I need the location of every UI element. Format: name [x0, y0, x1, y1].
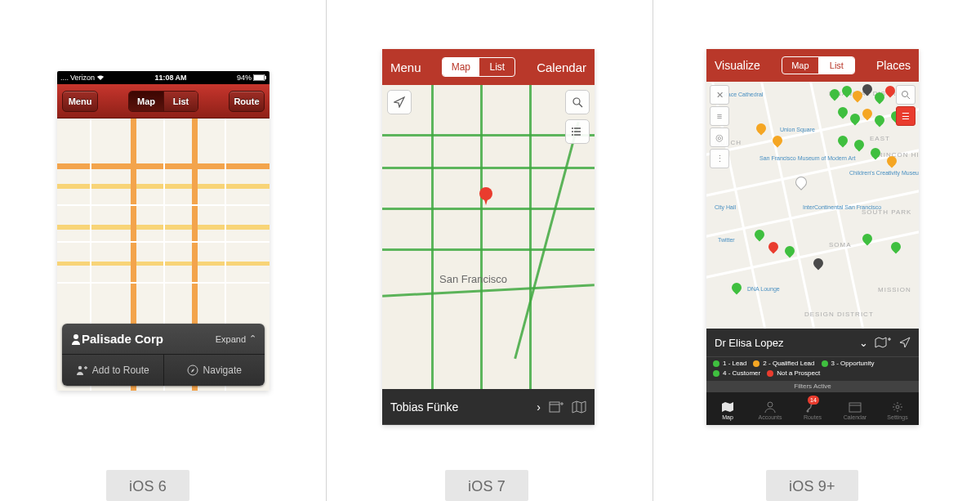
legend-toggle-button[interactable]: ☰ — [896, 106, 915, 126]
locate-button[interactable] — [387, 90, 412, 114]
locate-icon — [394, 96, 405, 108]
poi-label: Union Square — [780, 127, 815, 132]
map-pin-icon[interactable] — [862, 108, 873, 124]
tab-badge: 14 — [808, 396, 819, 405]
battery-label: 94% — [237, 74, 252, 82]
legend-item: 1 - Lead — [713, 360, 746, 367]
carrier-label: Verizon — [70, 74, 95, 82]
target-button[interactable]: ◎ — [710, 127, 729, 147]
list-icon — [572, 126, 583, 137]
tab-map[interactable]: Map — [706, 392, 749, 425]
map-pin-icon[interactable] — [837, 135, 849, 151]
segment-list[interactable]: List — [163, 92, 198, 111]
city-label: San Francisco — [439, 273, 507, 285]
more-button[interactable]: ⋮ — [710, 149, 729, 168]
places-button[interactable]: Places — [876, 59, 911, 72]
map-list-segmented[interactable]: Map List — [128, 91, 198, 112]
navigate-icon[interactable] — [899, 337, 911, 348]
map-fold-icon[interactable] — [572, 400, 586, 414]
neighborhood-label: MISSION — [878, 286, 911, 293]
tab-label: Accounts — [759, 414, 782, 420]
expand-button[interactable]: Expand ⌃ — [216, 333, 256, 344]
map-list-segmented[interactable]: Map List — [442, 57, 515, 77]
neighborhood-label: SOMA — [829, 241, 852, 248]
map-pin-icon[interactable] — [862, 83, 873, 100]
add-to-route-button[interactable]: Add to Route — [62, 355, 163, 386]
map-pin-icon[interactable] — [829, 88, 840, 105]
segment-map[interactable]: Map — [443, 58, 479, 76]
map-pin-icon[interactable] — [849, 113, 861, 129]
calendar-button[interactable]: Calendar — [537, 60, 586, 74]
filters-active-button[interactable]: Filters Active — [706, 381, 919, 392]
svg-point-16 — [896, 405, 899, 409]
calendar-add-icon[interactable] — [549, 400, 564, 414]
neighborhood-label: DESIGN DISTRICT — [804, 311, 874, 318]
map-view[interactable]: San Francisco — [382, 85, 595, 389]
search-icon — [572, 96, 583, 108]
poi-label: Children's Creativity Museum — [849, 170, 919, 176]
legend-label: 3 - Opportunity — [831, 360, 875, 367]
map-pin-icon[interactable] — [870, 147, 881, 163]
map-pin-icon[interactable] — [862, 233, 873, 249]
tab-label: Routes — [804, 414, 822, 420]
detail-bar[interactable]: Tobias Fünke › — [382, 389, 595, 425]
map-pin-icon[interactable] — [886, 155, 898, 172]
tab-accounts[interactable]: Accounts — [749, 392, 791, 425]
map-pin-icon[interactable] — [479, 187, 493, 208]
nav-bar: Menu Map List Calendar — [382, 49, 595, 85]
map-pin-icon[interactable] — [884, 85, 896, 101]
menu-button[interactable]: Menu — [62, 91, 98, 112]
segment-list[interactable]: List — [818, 57, 854, 74]
map-pin-icon[interactable] — [754, 229, 765, 245]
map-pin-icon[interactable] — [853, 139, 865, 155]
route-button[interactable]: Route — [229, 91, 265, 112]
tab-label: Map — [722, 414, 733, 420]
tab-calendar[interactable]: Calendar — [834, 392, 876, 425]
map-pin-icon[interactable] — [874, 114, 885, 131]
map-add-icon[interactable] — [875, 337, 891, 348]
filter-button[interactable] — [565, 119, 590, 144]
segment-list[interactable]: List — [479, 58, 514, 76]
svg-rect-1 — [254, 75, 264, 80]
wifi-icon — [96, 74, 105, 81]
tab-settings[interactable]: Settings — [876, 392, 919, 425]
map-pin-icon[interactable] — [841, 85, 853, 101]
divider — [653, 0, 653, 501]
map-pin-icon[interactable] — [768, 241, 779, 257]
map-list-segmented[interactable]: Map List — [782, 56, 855, 74]
chevron-up-icon: ⌃ — [249, 333, 256, 344]
map-pin-icon[interactable] — [731, 282, 742, 298]
chevron-down-icon[interactable]: ⌄ — [859, 337, 868, 349]
visualize-button[interactable]: Visualize — [715, 59, 760, 72]
detail-bar: Dr Elisa Lopez ⌄ 1 - Lead2 - Qualified L… — [706, 329, 919, 392]
person-icon — [764, 401, 777, 413]
map-pin-icon[interactable] — [755, 123, 767, 139]
search-button[interactable] — [896, 85, 915, 105]
map-pin-icon[interactable] — [890, 241, 902, 257]
svg-rect-2 — [265, 76, 266, 79]
layers-button[interactable]: ≡ — [710, 106, 729, 126]
poi-label: San Francisco Museum of Modern Art — [760, 155, 856, 161]
map-pin-icon[interactable] — [813, 257, 824, 274]
map-pin-icon[interactable] — [837, 106, 849, 123]
tab-routes[interactable]: Routes14 — [791, 392, 834, 425]
search-button[interactable] — [565, 90, 590, 114]
map-pin-icon[interactable] — [784, 245, 795, 262]
clear-button[interactable]: ✕ — [710, 85, 729, 105]
navigate-button[interactable]: Navigate — [163, 355, 265, 386]
map-pin-icon[interactable] — [874, 92, 885, 108]
legend-dot-icon — [753, 360, 760, 367]
map-pin-selected-icon[interactable] — [795, 176, 806, 192]
svg-point-3 — [74, 334, 78, 339]
menu-button[interactable]: Menu — [390, 60, 421, 74]
poi-label: City Hall — [715, 204, 736, 210]
tab-label: Calendar — [844, 414, 866, 420]
map-view[interactable]: FINANCIAL DISTRICT GULCH EAST RINCON HIL… — [706, 82, 919, 329]
map-pin-icon[interactable] — [772, 135, 783, 151]
segment-map[interactable]: Map — [782, 57, 818, 74]
tab-label: Settings — [887, 414, 907, 420]
segment-map[interactable]: Map — [129, 92, 163, 111]
map-view[interactable]: Palisade Corp Expand ⌃ Add to Route — [57, 119, 270, 391]
legend-label: 4 - Customer — [723, 369, 760, 377]
signal-icon: .... — [60, 74, 69, 82]
